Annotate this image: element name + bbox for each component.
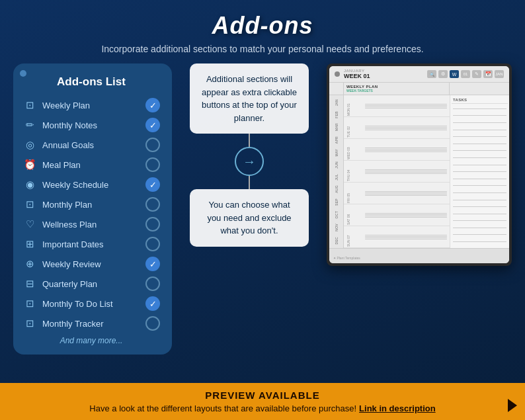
row-line (365, 149, 447, 149)
right-panel-line (453, 157, 506, 158)
addon-item[interactable]: ✏Monthly Notes✓ (22, 115, 160, 135)
addon-item[interactable]: ⊡Monthly Plan (22, 194, 160, 214)
right-panel-line (453, 200, 506, 200)
row-line (365, 104, 447, 105)
addon-item[interactable]: ⊡Weekly Plan✓ (22, 95, 160, 115)
planner-icon-jan: JAN (495, 70, 504, 78)
addon-item[interactable]: ◎Annual Goals (22, 135, 160, 155)
unchecked-icon[interactable] (145, 138, 160, 152)
addon-label: Weekly Plan (42, 101, 90, 110)
checked-icon[interactable]: ✓ (145, 177, 160, 192)
addon-item[interactable]: ⊕Weekly Review✓ (22, 254, 160, 274)
row-line (365, 127, 447, 128)
planner-topbar: JANUARY WEEK 01 🔍 ⚙ W 01 ✎ 📅 JAN (329, 66, 509, 83)
addon-icon: ⊡ (22, 296, 37, 311)
month-oct: OCT (335, 211, 339, 218)
right-panel-line (453, 115, 506, 116)
unchecked-icon[interactable] (145, 276, 160, 291)
row-lines (365, 169, 447, 174)
row-line (365, 169, 447, 170)
planner-inner: JANUARY WEEK 01 🔍 ⚙ W 01 ✎ 📅 JAN (329, 66, 509, 263)
banner-link[interactable]: Link in description (359, 403, 436, 413)
right-panel-lines (452, 104, 508, 247)
callout-area: Additional sections will appear as extra… (179, 63, 320, 247)
checked-icon[interactable]: ✓ (145, 98, 160, 112)
banner-sub: Have a look at the different layouts tha… (89, 403, 435, 413)
week-rows: MON 01TUE 02WED 03THU 04FRI 05SAT 06SUN … (344, 95, 450, 248)
planner-week-row: SUN 07 (344, 226, 450, 248)
planner-week-row: TUE 02 (344, 117, 450, 139)
month-mar: MAR (335, 123, 339, 131)
week-day-label: THU 04 (346, 161, 365, 181)
checked-icon[interactable]: ✓ (145, 257, 160, 271)
row-line (365, 236, 447, 237)
callout-box-1: Additional sections will appear as extra… (190, 63, 309, 134)
row-line (365, 173, 447, 174)
row-lines (365, 191, 447, 196)
row-line (365, 105, 447, 106)
row-line (365, 214, 447, 215)
row-line (365, 172, 447, 173)
row-line (365, 195, 447, 196)
addon-item[interactable]: ⏰Meal Plan (22, 155, 160, 175)
planner-right-panel: TASKS (450, 95, 509, 248)
addons-card-title: Add-ons List (22, 75, 160, 89)
row-line (365, 147, 447, 148)
checked-icon[interactable]: ✓ (145, 296, 160, 311)
addon-item[interactable]: ♡Wellness Plan (22, 214, 160, 234)
planner-week-label: WEEK 01 (344, 73, 370, 79)
row-line (365, 239, 447, 239)
planner-week-row: FRI 05 (344, 183, 450, 204)
right-panel-line (453, 150, 506, 151)
addon-label: Weekly Schedule (42, 180, 108, 190)
main-container: Add-ons Incorporate additional sections … (0, 0, 525, 420)
addon-item[interactable]: ⊡Monthly Tracker (22, 314, 160, 333)
addon-label: Important Dates (42, 239, 104, 249)
right-panel-line (453, 228, 506, 228)
addon-icon: ⊞ (22, 237, 37, 251)
unchecked-icon[interactable] (145, 316, 160, 331)
addon-more: And many more... (22, 336, 160, 345)
right-panel-line (453, 171, 506, 172)
row-lines (365, 104, 447, 108)
checked-icon[interactable]: ✓ (145, 118, 160, 132)
right-panel-line (453, 234, 506, 235)
row-line (365, 106, 447, 107)
right-panel-line (453, 192, 506, 193)
banner-subtitle-text: Have a look at the different layouts tha… (89, 403, 356, 413)
planner-footer-text: ✦ Plant Templates (333, 256, 360, 260)
unchecked-icon[interactable] (145, 157, 160, 172)
month-dec: DEC (335, 237, 339, 244)
right-panel-line (453, 122, 506, 123)
addon-item[interactable]: ⊞Important Dates (22, 234, 160, 254)
row-line (365, 192, 447, 193)
month-feb: FEB (335, 111, 339, 118)
row-line (365, 108, 447, 108)
planner-icon-edit: ✎ (472, 70, 481, 78)
bottom-banner: PREVIEW AVAILABLE Have a look at the dif… (0, 383, 525, 420)
row-line (365, 126, 447, 126)
addon-label: Monthly Tracker (42, 319, 103, 329)
addon-label: Monthly Notes (42, 120, 97, 130)
planner-footer: ✦ Plant Templates (329, 248, 509, 263)
planner-dot (335, 71, 340, 77)
right-panel-line (453, 144, 506, 144)
unchecked-icon[interactable] (145, 197, 160, 212)
right-panel-line (453, 136, 506, 137)
week-day-label: TUE 02 (346, 118, 365, 138)
banner-arrow-icon (508, 399, 517, 412)
addon-item[interactable]: ⊟Quarterly Plan (22, 274, 160, 294)
planner-icon-search: 🔍 (427, 70, 436, 78)
month-aug: AUG (335, 185, 339, 193)
planner-week-row: WED 03 (344, 139, 450, 161)
unchecked-icon[interactable] (145, 237, 160, 251)
planner-months: JAN FEB MAR APR MAY JUN JUL AUG SEP OCT … (329, 95, 344, 248)
planner-icon-w: W (450, 70, 459, 78)
addon-icon: ⊡ (22, 316, 37, 331)
row-line (365, 151, 447, 152)
addon-item[interactable]: ◉Weekly Schedule✓ (22, 175, 160, 194)
addon-item[interactable]: ⊡Monthly To Do List✓ (22, 294, 160, 314)
unchecked-icon[interactable] (145, 217, 160, 231)
month-jun: JUN (335, 161, 339, 169)
month-nov: NOV (335, 224, 339, 231)
